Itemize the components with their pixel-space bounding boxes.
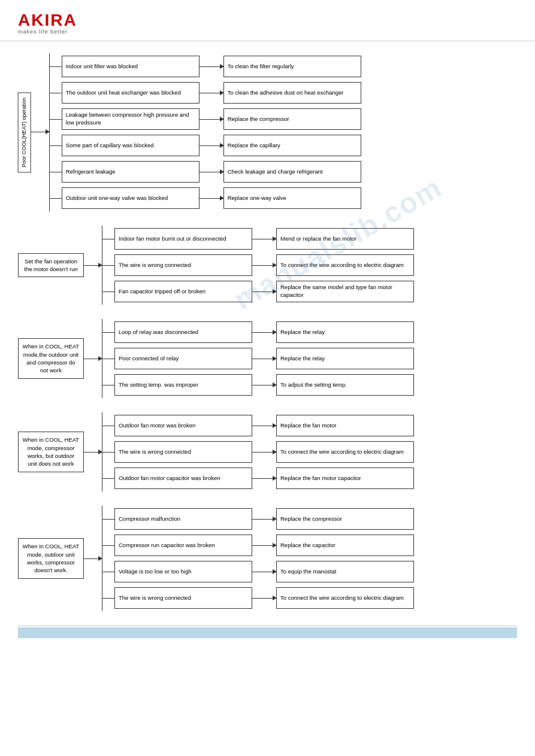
rows-inner-1: Indoor fan motor burnt out or disconnect…: [102, 226, 414, 305]
section-label-2: When in COOL, HEAT mode,the outdoor unit…: [18, 338, 84, 378]
sections-container: Poor COOL(HEAT) operationIndoor unit fil…: [18, 53, 517, 611]
mid-arrow-2-2: [252, 385, 276, 385]
cause-box-0-1: The outdoor unit heat exchanger was bloc…: [62, 82, 200, 104]
mid-arrow-1-1: [252, 265, 276, 266]
h-connector-0-0: [50, 66, 62, 67]
cause-box-2-2: The setting temp. was improper: [114, 374, 252, 396]
section-left-2: When in COOL, HEAT mode,the outdoor unit…: [18, 338, 102, 378]
cause-box-3-1: The wire is wrong connected: [114, 441, 252, 463]
cause-box-1-1: The wire is wrong connected: [114, 254, 252, 276]
h-connector-0-1: [50, 93, 62, 93]
solution-box-4-1: Replace the capacitor: [276, 535, 414, 556]
mid-arrow-1-0: [252, 239, 276, 239]
h-connector-4-3: [102, 598, 114, 599]
cause-box-4-0: Compressor malfunction: [114, 508, 252, 530]
section-left-1: Set the fan operation the motor doesn't …: [18, 253, 102, 278]
rows-part-2: Loop of relay was disconnectedReplace th…: [102, 319, 414, 398]
cause-box-0-0: Indoor unit filter was blocked: [62, 56, 200, 77]
diagram-row-2-1: Poor connected of relayReplace the relay: [102, 348, 414, 369]
section-arrow-1: [84, 265, 102, 266]
h-connector-2-2: [102, 385, 114, 385]
section-arrow-4: [84, 558, 102, 559]
cause-box-0-3: Some part of capillary was blocked: [62, 135, 200, 156]
solution-box-3-1: To connect the wire according to electri…: [276, 441, 414, 463]
mid-arrow-2-1: [252, 359, 276, 359]
h-connector-4-0: [102, 519, 114, 520]
h-connector-0-4: [50, 172, 62, 172]
mid-arrow-0-0: [200, 66, 223, 67]
solution-box-4-3: To connect the wire according to electri…: [276, 587, 414, 609]
main-content: manualslib.com Poor COOL(HEAT) operation…: [0, 47, 535, 650]
diagram-row-1-1: The wire is wrong connectedTo connect th…: [102, 254, 414, 276]
solution-box-2-0: Replace the relay: [276, 321, 414, 343]
mid-arrow-0-1: [200, 93, 223, 93]
solution-box-0-5: Replace one-way valve: [223, 187, 361, 209]
h-connector-3-2: [102, 478, 114, 479]
solution-box-3-2: Replace the fan motor capacitor: [276, 467, 414, 489]
diagram-row-3-1: The wire is wrong connectedTo connect th…: [102, 441, 414, 463]
solution-box-3-0: Replace the fan motor: [276, 415, 414, 436]
mid-arrow-0-5: [200, 198, 223, 199]
cause-box-1-2: Fan capacitor tripped off or broken: [114, 281, 252, 302]
cause-box-4-2: Voltage is too low or too high: [114, 561, 252, 582]
cause-box-4-3: The wire is wrong connected: [114, 587, 252, 609]
mid-arrow-2-0: [252, 332, 276, 333]
mid-arrow-3-2: [252, 478, 276, 479]
section-left-3: When in COOL, HEAT mode, compressor work…: [18, 432, 102, 472]
solution-box-2-2: To adjsut the setting temp.: [276, 374, 414, 396]
diagram-row-3-2: Outdoor fan motor capacitor was brokenRe…: [102, 467, 414, 489]
rows-inner-0: Indoor unit filter was blockedTo clean t…: [49, 53, 361, 211]
cause-box-4-1: Compressor run capacitor was broken: [114, 535, 252, 556]
section-section2: Set the fan operation the motor doesn't …: [18, 226, 517, 305]
rows-part-4: Compressor malfunctionReplace the compre…: [102, 506, 414, 611]
solution-box-0-4: Check leakage and charge refrigerant: [223, 161, 361, 183]
diagram-row-0-1: The outdoor unit heat exchanger was bloc…: [50, 82, 361, 104]
diagram-row-0-5: Outdoor unit one-way valve was blockedRe…: [50, 187, 361, 209]
section-section1: Poor COOL(HEAT) operationIndoor unit fil…: [18, 53, 517, 211]
h-connector-0-3: [50, 145, 62, 146]
logo: AKIRA: [18, 11, 517, 30]
diagram-row-2-0: Loop of relay was disconnectedReplace th…: [102, 321, 414, 343]
cause-box-2-1: Poor connected of relay: [114, 348, 252, 369]
solution-box-1-1: To connect the wire according to electri…: [276, 254, 414, 276]
solution-box-0-1: To clean the adhesive dust on heat excha…: [223, 82, 361, 104]
solution-box-4-0: Replace the compressor: [276, 508, 414, 530]
cause-box-2-0: Loop of relay was disconnected: [114, 321, 252, 343]
cause-box-3-2: Outdoor fan motor capacitor was broken: [114, 467, 252, 489]
diagram-row-4-0: Compressor malfunctionReplace the compre…: [102, 508, 414, 530]
section-arrow-0: [31, 132, 49, 132]
solution-box-1-0: Mend or replace the fan motor: [276, 228, 414, 250]
h-connector-4-2: [102, 572, 114, 572]
section-arrow-2: [84, 359, 102, 359]
rows-part-0: Indoor unit filter was blockedTo clean t…: [49, 53, 361, 211]
diagram-row-0-3: Some part of capillary was blockedReplac…: [50, 135, 361, 156]
diagram-row-4-3: The wire is wrong connectedTo connect th…: [102, 587, 414, 609]
diagram-row-4-2: Voltage is too low or too highTo equip t…: [102, 561, 414, 582]
rows-part-3: Outdoor fan motor was brokenReplace the …: [102, 412, 414, 491]
section-label-1: Set the fan operation the motor doesn't …: [18, 253, 84, 278]
mid-arrow-0-2: [200, 119, 223, 120]
section-section5: When in COOL, HEAT mode, outdoor unit wo…: [18, 506, 517, 611]
h-connector-3-0: [102, 426, 114, 426]
diagram-row-0-4: Refrigerant leakageCheck leakage and cha…: [50, 161, 361, 183]
mid-arrow-4-2: [252, 572, 276, 572]
solution-box-4-2: To equip the manostat: [276, 561, 414, 582]
tagline: makes life better: [18, 29, 517, 35]
mid-arrow-0-3: [200, 145, 223, 146]
solution-box-0-2: Replace the compressor: [223, 108, 361, 130]
cause-box-0-5: Outdoor unit one-way valve was blocked: [62, 187, 200, 209]
cause-box-3-0: Outdoor fan motor was broken: [114, 415, 252, 436]
cause-box-0-2: Leakage between compressor high pressure…: [62, 108, 200, 130]
h-connector-2-0: [102, 332, 114, 333]
solution-box-2-1: Replace the relay: [276, 348, 414, 369]
diagram-row-1-0: Indoor fan motor burnt out or disconnect…: [102, 228, 414, 250]
h-connector-2-1: [102, 359, 114, 359]
mid-arrow-3-0: [252, 426, 276, 426]
diagram-row-2-2: The setting temp. was improperTo adjsut …: [102, 374, 414, 396]
mid-arrow-3-1: [252, 452, 276, 453]
cause-box-1-0: Indoor fan motor burnt out or disconnect…: [114, 228, 252, 250]
mid-arrow-4-0: [252, 519, 276, 520]
section-section4: When in COOL, HEAT mode, compressor work…: [18, 412, 517, 491]
footer-bar: [18, 627, 517, 638]
section-left-0: Poor COOL(HEAT) operation: [18, 92, 49, 172]
